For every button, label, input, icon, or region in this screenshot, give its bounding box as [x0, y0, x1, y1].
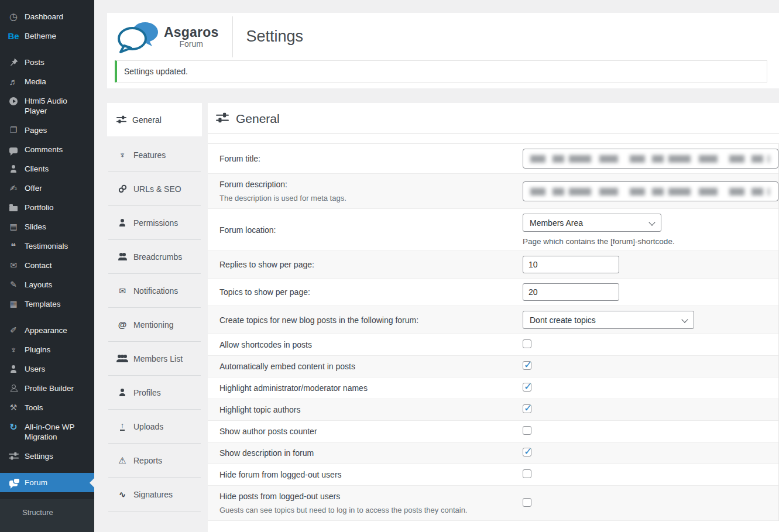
tab-profiles[interactable]: Profiles [108, 376, 201, 410]
setting-label: Show author posts counter [219, 427, 517, 436]
user-icon [8, 364, 19, 374]
checkbox-checked[interactable] [523, 448, 531, 457]
sidebar-item-layouts[interactable]: ✎Layouts [0, 275, 94, 294]
betheme-icon: Be [8, 31, 19, 41]
number-input[interactable] [523, 256, 619, 273]
sidebar-item-forum[interactable]: Forum [0, 473, 94, 492]
sidebar-item-label: Profile Builder [25, 383, 74, 393]
sidebar-item-templates[interactable]: ▦Templates [0, 294, 94, 314]
sidebar-item-label: Contact [25, 260, 52, 270]
sidebar-menu-group: ◷DashboardBeBetheme [0, 7, 94, 46]
setting-label: Highlight administrator/moderator names [219, 383, 517, 393]
text-input[interactable] [523, 149, 778, 169]
tab-features[interactable]: ♆Features [108, 138, 201, 172]
tab-urls-seo[interactable]: URLs & SEO [108, 172, 201, 206]
tab-members-list[interactable]: Members List [108, 342, 201, 376]
tab-mentioning[interactable]: @Mentioning [108, 308, 201, 342]
sidebar-item-slides[interactable]: ▤Slides [0, 217, 94, 236]
setting-description: Guests can see topics but need to log in… [219, 506, 517, 514]
tab-uploads[interactable]: ↑Uploads [108, 410, 201, 444]
setting-control-cell [523, 335, 778, 355]
tab-label: Reports [133, 456, 162, 465]
tab-label: General [132, 115, 162, 125]
sidebar-item-portfolio[interactable]: Portfolio [0, 198, 94, 217]
tab-general[interactable]: General [107, 103, 202, 136]
tab-label: Uploads [133, 422, 163, 431]
pencil-icon: ✎ [8, 280, 19, 290]
settings-row-forum-location: Forum location:Members AreaPage which co… [208, 209, 778, 251]
setting-label-cell: Topics to show per page: [208, 282, 523, 303]
checkbox-unchecked[interactable] [523, 426, 531, 435]
sidebar-item-betheme[interactable]: BeBetheme [0, 26, 94, 46]
number-input[interactable] [523, 283, 619, 301]
sidebar-menu-group: Forum [0, 473, 94, 492]
sidebar-item-media[interactable]: ♬Media [0, 72, 94, 91]
checkbox-unchecked[interactable] [523, 469, 531, 478]
sidebar-item-plugins[interactable]: ♆Plugins [0, 340, 94, 359]
sidebar-item-html5-audio-player[interactable]: Html5 Audio Player [0, 91, 94, 121]
settings-updated-notice: Settings updated. [115, 60, 767, 83]
sidebar-item-comments[interactable]: Comments [0, 140, 94, 159]
settings-row-create-topics-for-new-blog-posts-in-the-following-forum: Create topics for new blog posts in the … [208, 306, 778, 334]
sidebar-item-dashboard[interactable]: ◷Dashboard [0, 7, 94, 26]
admin-content: Asgaros Forum Settings Settings updated.… [94, 0, 779, 532]
tab-label: Mentioning [133, 320, 174, 330]
user-check-icon [117, 219, 128, 226]
sidebar-item-label: Slides [25, 222, 46, 232]
sidebar-item-pages[interactable]: ❐Pages [0, 121, 94, 140]
tab-label: Features [133, 150, 166, 160]
setting-label-cell: Highlight topic authors [208, 399, 523, 420]
sidebar-item-profile-builder[interactable]: Profile Builder [0, 379, 94, 398]
settings-row-highlight-administrator-moderator-names: Highlight administrator/moderator names [208, 377, 778, 399]
wp-admin-sidebar: ◷DashboardBeBethemePosts♬MediaHtml5 Audi… [0, 0, 94, 532]
settings-tabs: General♆FeaturesURLs & SEOPermissionsBre… [107, 103, 202, 532]
tab-breadcrumbs[interactable]: Breadcrumbs [108, 240, 201, 274]
checkbox-unchecked[interactable] [523, 339, 531, 348]
setting-label: Hide posts from logged-out users [219, 492, 517, 501]
checkbox-checked[interactable] [523, 383, 531, 392]
select-dropdown[interactable]: Dont create topics [523, 311, 694, 329]
play-circle-icon [8, 96, 19, 106]
setting-label: Replies to show per page: [219, 260, 517, 269]
tools-icon: ⚒ [8, 403, 19, 413]
select-dropdown[interactable]: Members Area [523, 214, 661, 232]
forum-submenu: Structure [0, 499, 94, 532]
sidebar-item-contact[interactable]: ✉Contact [0, 256, 94, 275]
tab-reports[interactable]: ⚠Reports [108, 444, 201, 478]
tab-signatures[interactable]: ∿Signatures [108, 478, 201, 512]
sidebar-item-offer[interactable]: ✍Offer [0, 179, 94, 198]
quote-icon: ❝ [8, 241, 19, 251]
sidebar-item-all-in-one-wp-migration[interactable]: ↻All-in-One WP Migration [0, 417, 94, 447]
checkbox-checked[interactable] [523, 361, 531, 370]
migration-icon: ↻ [8, 422, 19, 432]
sidebar-item-clients[interactable]: Clients [0, 159, 94, 179]
setting-control-cell [523, 421, 778, 441]
settings-row-topics-to-show-per-page: Topics to show per page: [208, 279, 778, 306]
panel-title: General [236, 112, 280, 126]
setting-label-cell: Hide forum from logged-out users [208, 464, 523, 485]
tab-notifications[interactable]: ✉Notifications [108, 274, 201, 308]
setting-label-cell: Create topics for new blog posts in the … [208, 310, 523, 331]
sidebar-item-settings[interactable]: Settings [0, 447, 94, 466]
sidebar-item-testimonials[interactable]: ❝Testimonials [0, 236, 94, 256]
dashboard-icon: ◷ [8, 12, 19, 22]
sidebar-item-label: Pages [25, 125, 47, 135]
checkbox-checked[interactable] [523, 404, 531, 413]
sidebar-item-users[interactable]: Users [0, 359, 94, 379]
submenu-item-structure[interactable]: Structure [0, 503, 94, 521]
sidebar-item-label: Forum [25, 478, 47, 488]
setting-control-cell [523, 356, 778, 376]
checkbox-unchecked[interactable] [523, 498, 531, 507]
setting-label-cell: Show description in forum [208, 442, 523, 464]
brand-name: Asgaros [164, 25, 218, 40]
sidebar-item-label: Testimonials [25, 241, 68, 251]
signature-icon: ∿ [117, 489, 128, 500]
sidebar-item-label: Tools [25, 403, 43, 413]
folder-icon [8, 202, 19, 212]
sidebar-item-tools[interactable]: ⚒Tools [0, 398, 94, 417]
sidebar-item-posts[interactable]: Posts [0, 53, 94, 72]
tab-permissions[interactable]: Permissions [108, 206, 201, 240]
brush-icon: ✐ [8, 325, 19, 335]
text-input[interactable] [523, 181, 778, 201]
sidebar-item-appearance[interactable]: ✐Appearance [0, 321, 94, 340]
